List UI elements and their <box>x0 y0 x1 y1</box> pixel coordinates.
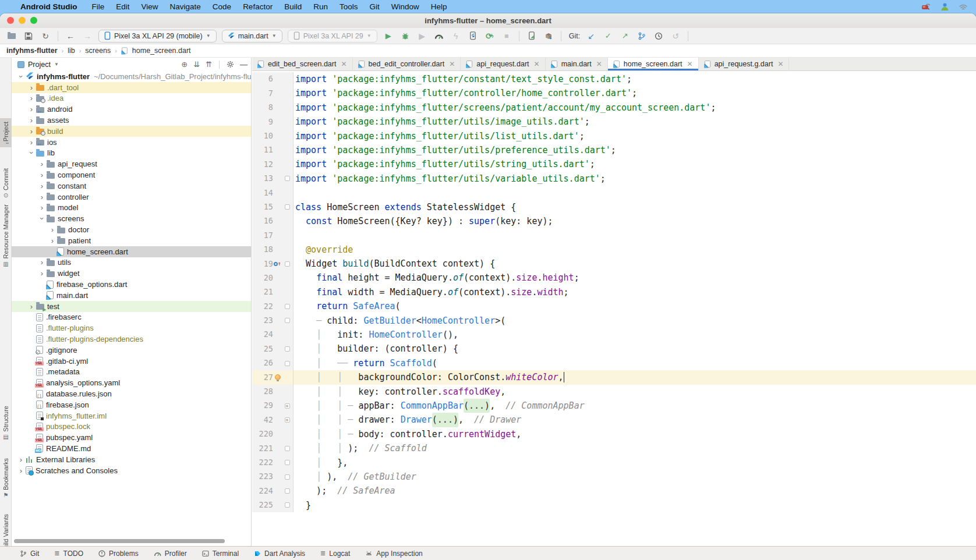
screen-mirror-icon[interactable] <box>921 3 931 10</box>
menu-refactor[interactable]: Refactor <box>237 2 278 11</box>
tree-item-controller[interactable]: ›controller <box>12 192 251 203</box>
git-push-icon[interactable]: ↗ <box>619 30 631 42</box>
gutter[interactable]: 13 <box>252 172 293 186</box>
fold-marker-icon[interactable] <box>285 502 290 508</box>
code-line-28[interactable]: 28 │ │ key: controller.scaffoldKey, <box>252 385 976 399</box>
code-line-27[interactable]: 27 │ │ backgroundColor: ColorConst.white… <box>252 370 976 384</box>
tree-item-external-libraries[interactable]: ›External Libraries <box>12 454 251 465</box>
code-text[interactable]: │ ), // GetBuilder <box>293 470 976 484</box>
code-line-14[interactable]: 14 <box>252 186 976 200</box>
menu-window[interactable]: Window <box>386 2 425 11</box>
menu-edit[interactable]: Edit <box>110 2 135 11</box>
code-text[interactable]: │ │ backgroundColor: ColorConst.whiteCol… <box>293 370 976 384</box>
gutter[interactable]: 21 <box>252 285 293 299</box>
stripe-button-structure[interactable]: Structure▤ <box>0 406 12 440</box>
tree-expander-icon[interactable]: › <box>27 138 36 147</box>
tree-item-scratches-and-consoles[interactable]: ›Scratches and Consoles <box>12 465 251 476</box>
code-text[interactable]: │ │ key: controller.scaffoldKey, <box>293 385 976 399</box>
folded-region[interactable]: (...) <box>432 413 458 427</box>
tree-item-doctor[interactable]: ›doctor <box>12 224 251 235</box>
project-horizontal-scrollbar[interactable] <box>14 539 225 543</box>
statusbar-item-problems[interactable]: Problems <box>98 550 139 558</box>
menu-view[interactable]: View <box>136 2 164 11</box>
hot-restart-icon[interactable]: ⟳ϟ <box>484 30 496 42</box>
device-selector[interactable]: Pixel 3a XL API 29 (mobile)▼ <box>98 30 217 42</box>
code-line-223[interactable]: 223 │ ), // GetBuilder <box>252 470 976 484</box>
tree-expander-icon[interactable]: › <box>48 225 57 234</box>
close-window-button[interactable] <box>7 17 14 24</box>
code-text[interactable]: ─ child: GetBuilder<HomeController>( <box>293 314 976 328</box>
tree-item--firebaserc[interactable]: .firebaserc <box>12 312 251 323</box>
code-line-10[interactable]: 10import 'package:infyhms_flutter/utils/… <box>252 129 976 143</box>
run-config-selector[interactable]: main.dart▼ <box>222 30 282 42</box>
code-line-221[interactable]: 221 │ │ ); // Scaffold <box>252 441 976 455</box>
gutter[interactable]: 11 <box>252 143 293 157</box>
editor-tab-edit-bed-screen-dart[interactable]: edit_bed_screen.dart✕ <box>252 58 353 70</box>
project-view-selector[interactable]: Project <box>28 61 51 69</box>
tree-item-screens[interactable]: ›screens <box>12 213 251 224</box>
code-text[interactable]: import 'package:infyhms_flutter/screens/… <box>293 101 976 115</box>
code-line-23[interactable]: 23 ─ child: GetBuilder<HomeController>( <box>252 314 976 328</box>
tree-expander-icon[interactable]: › <box>27 105 36 114</box>
gutter[interactable]: 42+ <box>252 413 293 427</box>
attach-debugger-icon[interactable] <box>467 30 479 42</box>
code-line-26[interactable]: 26 │ ── return Scaffold( <box>252 356 976 370</box>
gutter[interactable]: 29+ <box>252 399 293 413</box>
gutter[interactable]: 7 <box>252 86 293 100</box>
gutter[interactable]: 9 <box>252 115 293 129</box>
code-line-19[interactable]: 19↑ Widget build(BuildContext context) { <box>252 257 976 271</box>
breadcrumb-item[interactable]: lib <box>68 47 75 55</box>
fold-marker-icon[interactable] <box>285 204 290 210</box>
editor-tab-main-dart[interactable]: main.dart✕ <box>546 58 608 70</box>
git-branch-icon[interactable] <box>636 30 648 42</box>
gutter[interactable]: 225 <box>252 498 293 512</box>
apply-changes-icon[interactable]: ϟ <box>450 30 462 42</box>
statusbar-item-git[interactable]: Git <box>20 550 39 558</box>
breadcrumb-item[interactable]: screens <box>85 47 111 55</box>
gutter[interactable]: 220 <box>252 427 293 441</box>
tree-item-pubspec-lock[interactable]: pubspec.lock <box>12 421 251 433</box>
fold-marker-icon[interactable] <box>285 261 290 267</box>
close-tab-icon[interactable]: ✕ <box>449 60 455 68</box>
fold-marker-icon[interactable] <box>285 304 290 309</box>
code-text[interactable] <box>293 186 976 200</box>
gutter[interactable]: 19↑ <box>252 257 293 271</box>
forward-icon[interactable]: → <box>82 30 93 42</box>
tree-expander-icon[interactable]: › <box>37 182 47 190</box>
code-text[interactable]: │ │ ─ body: controller.currentWidget, <box>293 427 976 441</box>
code-text[interactable]: │ │ ─ appBar: CommonAppBar(...), // Comm… <box>293 399 976 413</box>
fold-marker-icon[interactable] <box>285 318 290 323</box>
code-line-11[interactable]: 11import 'package:infyhms_flutter/utils/… <box>252 143 976 157</box>
gutter[interactable]: 16 <box>252 214 293 228</box>
code-line-13[interactable]: 13import 'package:infyhms_flutter/utils/… <box>252 172 976 186</box>
layout-inspector-icon[interactable] <box>526 30 537 42</box>
fold-marker-icon[interactable]: + <box>285 403 290 409</box>
code-line-25[interactable]: 25 │ builder: (controller) { <box>252 342 976 356</box>
gutter[interactable]: 23 <box>252 314 293 328</box>
code-text[interactable]: @override <box>293 243 976 257</box>
stripe-button-commit[interactable]: Commit⊙ <box>0 168 12 199</box>
tree-item-lib[interactable]: ›lib <box>12 148 251 159</box>
statusbar-item-todo[interactable]: ≣TODO <box>54 550 83 558</box>
tree-item-analysis-options-yaml[interactable]: analysis_options.yaml <box>12 377 251 388</box>
code-line-17[interactable]: 17 <box>252 228 976 242</box>
code-line-6[interactable]: 6import 'package:infyhms_flutter/constan… <box>252 72 976 86</box>
fold-marker-icon[interactable] <box>285 474 290 480</box>
code-line-21[interactable]: 21 final width = MediaQuery.of(context).… <box>252 285 976 299</box>
menu-run[interactable]: Run <box>307 2 334 11</box>
back-icon[interactable]: ← <box>65 30 76 42</box>
gutter[interactable]: 223 <box>252 470 293 484</box>
overrides-method-icon[interactable]: ↑ <box>274 261 281 267</box>
code-line-42[interactable]: 42+ │ │ ─ drawer: Drawer(...), // Drawer <box>252 413 976 427</box>
close-tab-icon[interactable]: ✕ <box>596 60 602 68</box>
code-line-222[interactable]: 222 │ }, <box>252 456 976 470</box>
gutter[interactable]: 24 <box>252 328 293 342</box>
editor-tab-home-screen-dart[interactable]: home_screen.dart✕ <box>608 58 699 70</box>
code-text[interactable]: ); // SafeArea <box>293 484 976 498</box>
tree-item-readme-md[interactable]: README.md <box>12 443 251 454</box>
statusbar-item-logcat[interactable]: ≣Logcat <box>320 550 350 558</box>
code-text[interactable]: import 'package:infyhms_flutter/utils/st… <box>293 157 976 171</box>
stop-button[interactable]: ■ <box>501 30 512 42</box>
stripe-button-project[interactable]: Project <box>0 118 12 147</box>
code-line-22[interactable]: 22 return SafeArea( <box>252 299 976 313</box>
